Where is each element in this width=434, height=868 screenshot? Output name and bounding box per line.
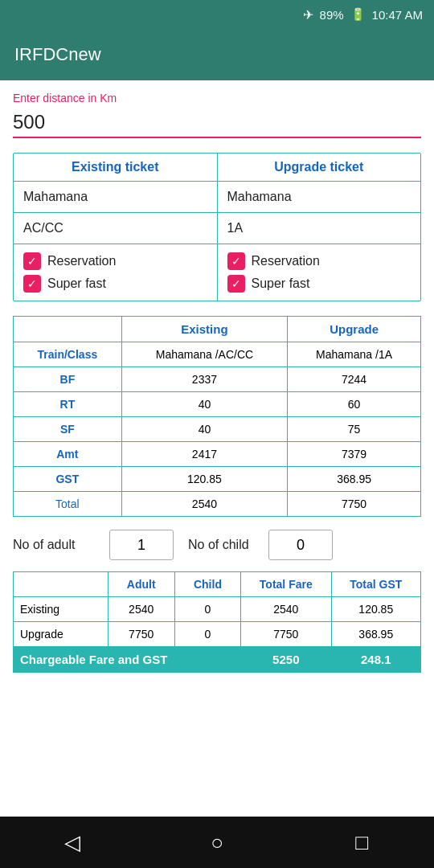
summary-header-row: Adult Child Total Fare Total GST	[14, 572, 421, 597]
airplane-icon: ✈	[303, 7, 313, 23]
total-row: Total 2540 7750	[14, 492, 421, 517]
chargeable-row: Chargeable Fare and GST 5250 248.1	[14, 647, 421, 673]
gst-upgrade: 368.95	[288, 467, 421, 492]
existing-checkboxes: ✓ Reservation ✓ Super fast	[14, 244, 217, 301]
upgrade-reservation-item: ✓ Reservation	[227, 252, 411, 270]
rt-row: RT 40 60	[14, 392, 421, 417]
chargeable-label: Chargeable Fare and GST	[14, 647, 241, 673]
summary-upgrade-total-fare: 7750	[241, 622, 332, 647]
train-class-row: Train/Class Mahamana /AC/CC Mahamana /1A	[14, 342, 421, 367]
battery-percent: 89%	[320, 8, 344, 22]
passenger-row: No of adult No of child	[13, 530, 421, 560]
compare-upgrade-header: Upgrade	[288, 317, 421, 342]
bf-existing: 2337	[121, 367, 287, 392]
upgrade-superfast-checkbox[interactable]: ✓	[227, 275, 245, 293]
total-label: Total	[14, 492, 122, 517]
train-name-row: Mahamana Mahamana	[14, 182, 420, 213]
home-button[interactable]: ○	[199, 825, 235, 860]
existing-superfast-item: ✓ Super fast	[23, 275, 207, 293]
compare-existing-header: Existing	[121, 317, 287, 342]
amt-upgrade: 7379	[288, 442, 421, 467]
upgrade-ticket-header: Upgrade ticket	[218, 154, 421, 182]
checkbox-row: ✓ Reservation ✓ Super fast ✓ Reservation	[14, 244, 420, 301]
status-bar: ✈ 89% 🔋 10:47 AM	[0, 0, 434, 29]
chargeable-fare: 5250	[241, 647, 332, 673]
sf-existing: 40	[121, 417, 287, 442]
existing-train: Mahamana	[14, 182, 218, 212]
summary-upgrade-label: Upgrade	[14, 622, 108, 647]
gst-existing: 120.85	[121, 467, 287, 492]
bottom-nav: ◁ ○ □	[0, 817, 434, 868]
recents-button[interactable]: □	[344, 825, 379, 860]
summary-existing-adult: 2540	[108, 597, 174, 622]
summary-existing-row: Existing 2540 0 2540 120.85	[14, 597, 421, 622]
summary-upgrade-child: 0	[174, 622, 240, 647]
amt-existing: 2417	[121, 442, 287, 467]
upgrade-train: Mahamana	[218, 182, 421, 212]
existing-reservation-item: ✓ Reservation	[23, 252, 207, 270]
gst-label: GST	[14, 467, 122, 492]
summary-existing-child: 0	[174, 597, 240, 622]
summary-upgrade-row: Upgrade 7750 0 7750 368.95	[14, 622, 421, 647]
bf-label: BF	[14, 367, 122, 392]
compare-table: Existing Upgrade Train/Class Mahamana /A…	[13, 316, 421, 517]
train-class-label: Train/Class	[14, 342, 122, 367]
back-button[interactable]: ◁	[55, 825, 90, 860]
summary-header-empty	[14, 572, 108, 597]
summary-existing-total-fare: 2540	[241, 597, 332, 622]
adult-label: No of adult	[13, 538, 109, 552]
summary-table: Adult Child Total Fare Total GST Existin…	[13, 571, 421, 673]
existing-class: AC/CC	[14, 213, 218, 244]
app-bar: IRFDCnew	[0, 29, 434, 80]
summary-existing-label: Existing	[14, 597, 108, 622]
summary-upgrade-total-gst: 368.95	[331, 622, 420, 647]
upgrade-superfast-label: Super fast	[252, 276, 310, 291]
existing-reservation-checkbox[interactable]: ✓	[23, 252, 41, 270]
compare-empty-header	[14, 317, 122, 342]
total-upgrade: 7750	[288, 492, 421, 517]
sf-row: SF 40 75	[14, 417, 421, 442]
distance-label: Enter distance in Km	[13, 92, 421, 104]
adult-input[interactable]	[109, 530, 174, 560]
upgrade-checkboxes: ✓ Reservation ✓ Super fast	[218, 244, 421, 301]
rt-existing: 40	[121, 392, 287, 417]
upgrade-train-class: Mahamana /1A	[288, 342, 421, 367]
bf-upgrade: 7244	[288, 367, 421, 392]
summary-header-adult: Adult	[108, 572, 174, 597]
ticket-header-row: Existing ticket Upgrade ticket	[14, 154, 420, 182]
rt-upgrade: 60	[288, 392, 421, 417]
upgrade-reservation-label: Reservation	[252, 254, 320, 268]
battery-icon: 🔋	[350, 7, 366, 22]
upgrade-reservation-checkbox[interactable]: ✓	[227, 252, 245, 270]
chargeable-gst: 248.1	[331, 647, 420, 673]
existing-train-class: Mahamana /AC/CC	[121, 342, 287, 367]
clock-time: 10:47 AM	[372, 8, 423, 22]
summary-header-child: Child	[174, 572, 240, 597]
class-row: AC/CC 1A	[14, 213, 420, 244]
summary-existing-total-gst: 120.85	[331, 597, 420, 622]
child-input[interactable]	[268, 530, 333, 560]
amt-label: Amt	[14, 442, 122, 467]
summary-header-total-fare: Total Fare	[241, 572, 332, 597]
bf-row: BF 2337 7244	[14, 367, 421, 392]
sf-label: SF	[14, 417, 122, 442]
existing-superfast-label: Super fast	[47, 276, 106, 291]
existing-ticket-header: Existing ticket	[14, 154, 218, 182]
total-existing: 2540	[121, 492, 287, 517]
existing-superfast-checkbox[interactable]: ✓	[23, 275, 41, 293]
summary-header-total-gst: Total GST	[331, 572, 420, 597]
distance-input[interactable]	[13, 108, 421, 138]
ticket-section: Existing ticket Upgrade ticket Mahamana …	[13, 153, 421, 301]
amt-row: Amt 2417 7379	[14, 442, 421, 467]
app-title: IRFDCnew	[14, 44, 101, 65]
main-content: Enter distance in Km Existing ticket Upg…	[0, 80, 434, 817]
summary-upgrade-adult: 7750	[108, 622, 174, 647]
child-label: No of child	[188, 538, 268, 552]
gst-row: GST 120.85 368.95	[14, 467, 421, 492]
upgrade-superfast-item: ✓ Super fast	[227, 275, 411, 293]
upgrade-class: 1A	[218, 213, 421, 244]
sf-upgrade: 75	[288, 417, 421, 442]
existing-reservation-label: Reservation	[47, 254, 116, 268]
rt-label: RT	[14, 392, 122, 417]
